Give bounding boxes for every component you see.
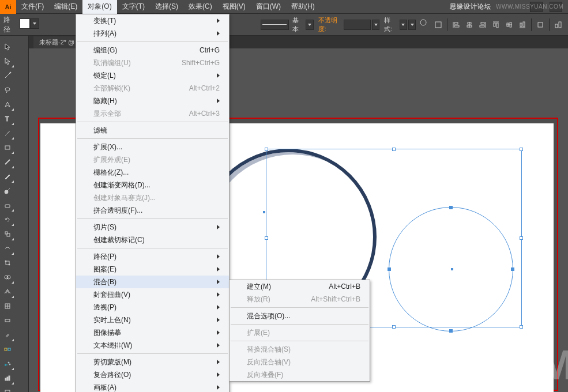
menu-item[interactable]: 复合路径(O)	[76, 368, 229, 381]
menu-item[interactable]: 栅格化(Z)...	[76, 166, 229, 179]
submenu-item: 扩展(E)	[230, 326, 370, 339]
center-point-2	[451, 268, 453, 270]
recolor-icon[interactable]	[419, 18, 430, 31]
align-top-icon[interactable]	[490, 18, 502, 31]
svg-point-36	[9, 264, 10, 265]
stroke-dd[interactable]	[306, 20, 313, 30]
menu-item[interactable]: 切片(S)	[76, 221, 229, 233]
width-tool[interactable]	[0, 241, 14, 255]
watermark-text: DM	[511, 341, 568, 389]
submenu-item[interactable]: 建立(M)Alt+Ctrl+B	[230, 280, 370, 293]
svg-rect-21	[555, 24, 558, 28]
pen-tool[interactable]	[0, 97, 14, 111]
stroke-style-label: 基本	[292, 16, 303, 33]
menu-item[interactable]: 实时上色(N)	[76, 314, 229, 326]
line-tool[interactable]	[0, 126, 14, 140]
symbol-sprayer-tool[interactable]	[0, 356, 14, 371]
type-tool[interactable]: T	[0, 111, 14, 126]
menu-item[interactable]: 变换(T)	[76, 14, 229, 27]
eraser-tool[interactable]	[0, 198, 14, 212]
style-dd2[interactable]	[408, 20, 416, 30]
svg-rect-44	[8, 348, 10, 350]
shape-builder-tool[interactable]	[0, 270, 14, 284]
svg-rect-50	[5, 390, 10, 393]
menu-help[interactable]: 帮助(H)	[286, 0, 320, 14]
perspective-grid-tool[interactable]	[0, 284, 14, 299]
svg-text:T: T	[5, 115, 9, 122]
menu-effect[interactable]: 效果(C)	[183, 0, 217, 14]
menu-item[interactable]: 创建渐变网格(D)...	[76, 179, 229, 191]
menu-item[interactable]: 创建裁切标记(C)	[76, 233, 229, 246]
svg-rect-9	[481, 22, 484, 24]
menu-item[interactable]: 排列(A)	[76, 27, 229, 40]
menu-item[interactable]: 拼合透明度(F)...	[76, 204, 229, 217]
pencil-tool[interactable]	[0, 169, 14, 183]
stroke-preview[interactable]	[261, 20, 289, 30]
align-hcenter-icon[interactable]	[463, 18, 476, 31]
menu-item[interactable]: 锁定(L)	[76, 69, 229, 82]
lasso-tool[interactable]	[0, 82, 14, 97]
menu-file[interactable]: 文件(F)	[16, 0, 49, 14]
blend-tool[interactable]	[0, 342, 14, 356]
submenu-item: 反向混合轴(V)	[230, 356, 370, 368]
svg-point-38	[7, 276, 10, 279]
svg-line-27	[5, 131, 10, 135]
selection-tool[interactable]	[0, 39, 14, 54]
isolate-icon[interactable]	[552, 18, 565, 31]
menu-item[interactable]: 滤镜	[76, 124, 229, 137]
menu-item[interactable]: 画板(A)	[76, 381, 229, 392]
align-bottom-icon[interactable]	[516, 18, 529, 31]
menu-type[interactable]: 文字(T)	[117, 0, 150, 14]
menu-item[interactable]: 路径(P)	[76, 250, 229, 263]
menu-item[interactable]: 图案(E)	[76, 263, 229, 276]
svg-rect-1	[435, 22, 441, 28]
menu-item[interactable]: 封套扭曲(V)	[76, 288, 229, 301]
column-graph-tool[interactable]	[0, 371, 14, 385]
menu-item[interactable]: 编组(G)Ctrl+G	[76, 44, 229, 56]
svg-rect-42	[5, 319, 10, 322]
align-doc-icon[interactable]	[432, 18, 445, 31]
opacity-dd[interactable]	[372, 20, 379, 30]
svg-rect-48	[7, 377, 8, 380]
style-dd[interactable]	[400, 20, 407, 30]
svg-point-25	[5, 88, 10, 91]
document-tab[interactable]: 未标题-2* @	[33, 36, 80, 48]
direct-selection-tool[interactable]	[0, 54, 14, 68]
menu-item[interactable]: 透视(P)	[76, 301, 229, 314]
menu-item[interactable]: 扩展(X)...	[76, 141, 229, 153]
transform-panel-icon[interactable]	[534, 18, 547, 31]
menu-item[interactable]: 隐藏(H)	[76, 95, 229, 107]
free-transform-tool[interactable]	[0, 255, 14, 270]
submenu-item[interactable]: 混合选项(O)...	[230, 310, 370, 322]
rotate-tool[interactable]	[0, 212, 14, 227]
menu-item: 创建对象马赛克(J)...	[76, 191, 229, 204]
svg-rect-4	[454, 25, 459, 27]
menu-object[interactable]: 对象(O)	[82, 0, 116, 14]
menu-item[interactable]: 混合(B)	[76, 276, 229, 288]
mesh-tool[interactable]	[0, 299, 14, 313]
menu-window[interactable]: 窗口(W)	[251, 0, 286, 14]
magic-wand-tool[interactable]	[0, 68, 14, 82]
fill-stroke-swatch[interactable]	[20, 17, 22, 32]
menu-item[interactable]: 图像描摹	[76, 326, 229, 339]
align-right-icon[interactable]	[476, 18, 489, 31]
svg-point-35	[5, 261, 6, 262]
align-left-icon[interactable]	[450, 18, 462, 31]
align-vcenter-icon[interactable]	[503, 18, 516, 31]
brush-tool[interactable]	[0, 154, 14, 169]
artboard-tool[interactable]	[0, 385, 14, 392]
scale-tool[interactable]	[0, 227, 14, 241]
svg-point-24	[10, 72, 11, 73]
opacity-input[interactable]	[344, 20, 371, 30]
eyedropper-tool[interactable]	[0, 327, 14, 342]
blob-brush-tool[interactable]	[0, 183, 14, 198]
menu-view[interactable]: 视图(V)	[217, 0, 251, 14]
center-point-1	[263, 211, 265, 213]
menu-item[interactable]: 文本绕排(W)	[76, 339, 229, 352]
rectangle-tool[interactable]	[0, 140, 14, 154]
menu-edit[interactable]: 编辑(E)	[49, 0, 82, 14]
menu-select[interactable]: 选择(S)	[150, 0, 183, 14]
svg-rect-13	[496, 23, 498, 28]
gradient-tool[interactable]	[0, 313, 14, 327]
menu-item[interactable]: 剪切蒙版(M)	[76, 356, 229, 368]
